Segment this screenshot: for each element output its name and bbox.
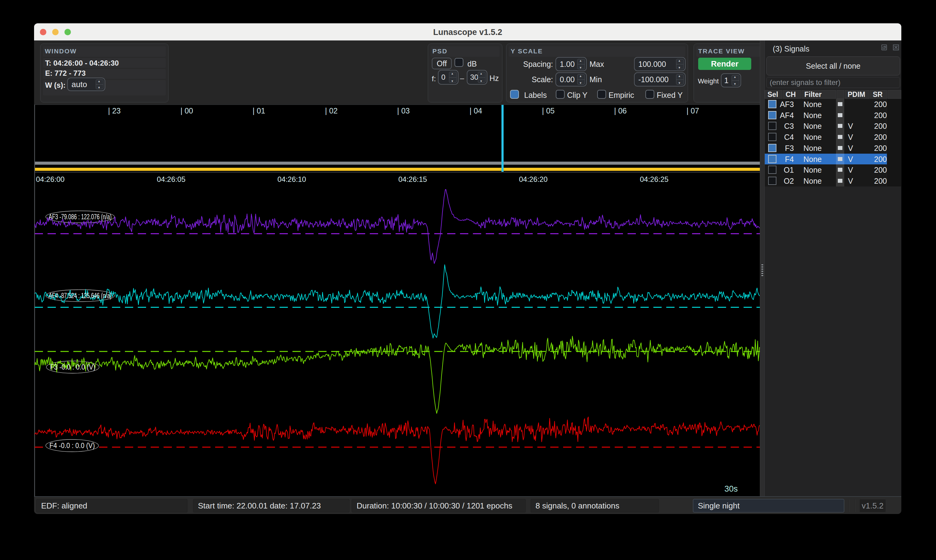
svg-text:AF3 -79.086 : 122.076 (n/a): AF3 -79.086 : 122.076 (n/a) [49,213,112,221]
svg-text:F4 -0.0 : 0.0 (V): F4 -0.0 : 0.0 (V) [49,442,95,449]
svg-text:F3 -0.0 : 0.0 (V): F3 -0.0 : 0.0 (V) [50,363,96,371]
svg-text:AF4 -87.524 : 125.646 (n/a): AF4 -87.524 : 125.646 (n/a) [49,292,112,300]
